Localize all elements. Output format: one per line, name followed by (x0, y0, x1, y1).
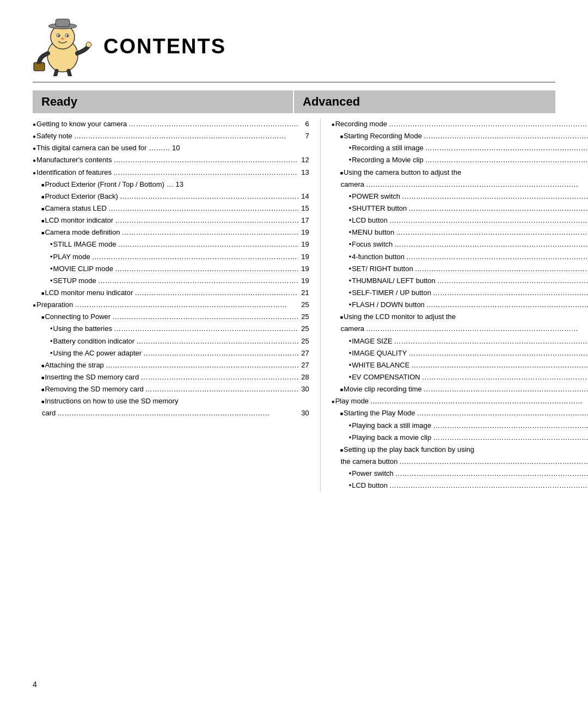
item-text: MOVIE CLIP mode (53, 263, 113, 274)
item-text: Connecting to Power (45, 311, 111, 322)
item-text: 4-function button (352, 252, 405, 262)
page-number-ref: 25 (298, 299, 309, 310)
bullet-icon: ● (332, 120, 335, 129)
list-item: • Playing back a movie clip…………………………………… (332, 432, 588, 443)
item-text: Product Exterior (Back) (45, 191, 118, 202)
dot-leader: ……………………………………………………………………………… (393, 336, 588, 347)
list-item: • Playing back a still image………………………………… (332, 420, 588, 431)
list-item: ■ LCD monitor menu indicator………………………………… (33, 287, 309, 298)
bullet-icon: • (349, 468, 352, 479)
list-item: ■ Product Exterior (Front / Top / Bottom… (33, 179, 309, 190)
list-item: ● Play mode……………………………………………………………………………… (332, 396, 588, 407)
page-number-ref: 27 (298, 348, 309, 359)
page-number-ref: 19 (298, 263, 309, 274)
dot-leader: ……………………………………………………………………………… (112, 155, 298, 165)
bullet-icon: ● (33, 120, 36, 129)
header-divider (33, 82, 555, 83)
list-item: ● This digital camera can be used for………… (33, 143, 309, 154)
item-text: Product Exterior (Front / Top / Bottom) (45, 179, 164, 190)
dot-leader: ……………………………………………………………………………… (133, 287, 298, 298)
page-ref-extra: ……… 10 (149, 143, 180, 154)
list-item: ■ Starting Recording Mode………………………………………… (332, 131, 588, 142)
list-item: • POWER switch……………………………………………………………………… (332, 191, 588, 202)
list-item: • Recording a Movie clip…………………………………………… (332, 155, 588, 165)
item-text: Using the LCD monitor to adjust the (344, 311, 456, 322)
section-headers: Ready Advanced (33, 90, 555, 113)
page-number-ref: 28 (298, 372, 309, 383)
list-item: ■ Connecting to Power…………………………………………………… (33, 311, 309, 322)
item-text: Recording mode (335, 119, 387, 130)
item-text: LCD button (352, 215, 388, 226)
bullet-icon: • (349, 203, 352, 214)
list-item: ● Recording mode………………………………………………………………… (332, 119, 588, 130)
item-text: SHUTTER button (352, 203, 407, 214)
page-number-ref: 19 (298, 227, 309, 238)
bullet-icon: • (349, 299, 352, 310)
list-item: • IMAGE SIZE…………………………………………………………………………… (332, 336, 588, 347)
list-item: ■ Starting the Play Mode…………………………………………… (332, 408, 588, 419)
bullet-icon: • (50, 252, 53, 262)
bullet-icon: • (349, 191, 352, 202)
list-item: ● Safety note………………………………………………………………………… (33, 131, 309, 142)
item-text: Playing back a still image (352, 420, 431, 431)
page-title: CONTENTS (103, 35, 226, 58)
bullet-icon: ■ (41, 290, 44, 298)
item-text: STILL IMAGE mode (53, 239, 117, 250)
dot-leader: ……………………………………………………………………………… (431, 287, 588, 298)
dot-leader: ……………………………………………………………………………… (436, 275, 588, 286)
bullet-icon: • (349, 420, 352, 431)
bullet-icon: ■ (41, 387, 44, 394)
item-text: Safety note (36, 131, 72, 142)
bullet-icon: ■ (340, 170, 343, 177)
svg-point-6 (58, 35, 60, 36)
bullet-icon: • (349, 275, 352, 286)
list-item: • LCD button…………………………………………………………………………… (332, 215, 588, 226)
list-item: • EV COMPENSATION……………………………………………………………… (332, 372, 588, 383)
page-number-ref: 30 (298, 408, 309, 419)
ready-header: Ready (33, 90, 294, 113)
item-text: SET/ RIGHT button (352, 263, 413, 274)
dot-leader: ……………………………………………………………………………… (405, 252, 588, 262)
list-item: ■ Instructions on how to use the SD memo… (33, 396, 309, 407)
bullet-icon: ■ (41, 399, 44, 406)
mascot-icon (33, 16, 93, 76)
bullet-icon: • (50, 336, 53, 347)
bullet-icon: • (349, 252, 352, 262)
item-text: LCD monitor menu indicator (45, 287, 133, 298)
item-text: Recording a Movie clip (352, 155, 424, 165)
dot-leader: ……………………………………………………………………………… (369, 396, 588, 407)
svg-point-7 (67, 35, 69, 36)
dot-leader: ……………………………………………………………………………… (111, 311, 298, 322)
bullet-icon: • (349, 432, 352, 443)
item-text: Using the AC power adapter (53, 348, 142, 359)
list-item: • SET/ RIGHT button………………………………………………………… (332, 263, 588, 274)
bullet-icon: • (349, 143, 352, 154)
list-item: camera………………………………………………………………………………36 (332, 179, 588, 190)
list-item: • Using the AC power adapter………………………………… (33, 348, 309, 359)
list-item: ■ Camera mode definition…………………………………………… (33, 227, 309, 238)
list-item: • LCD button…………………………………………………………………………… (332, 480, 588, 491)
item-text: Starting Recording Mode (344, 131, 422, 142)
dot-leader: ……………………………………………………………………………… (420, 372, 588, 383)
item-text: PLAY mode (53, 252, 90, 262)
item-text: SETUP mode (53, 275, 96, 286)
list-item: ■ Using the camera button to adjust the (332, 167, 588, 178)
list-item: • Power switch……………………………………………………………………… (332, 468, 588, 479)
bullet-icon: • (349, 348, 352, 359)
dot-leader: ……………………………………………………………………………… (407, 203, 588, 214)
dot-leader: ……………………………………………………………………………… (96, 275, 298, 286)
list-item: • STILL IMAGE mode…………………………………………………………… (33, 239, 309, 250)
dot-leader: ……………………………………………………………………………… (107, 203, 298, 214)
bullet-icon: ● (33, 132, 36, 141)
item-text: the camera button (341, 456, 398, 467)
bullet-icon: • (349, 215, 352, 226)
list-item: ■ Setting up the play back function by u… (332, 444, 588, 455)
bullet-icon: • (50, 275, 53, 286)
list-item: • THUMBNAIL/ LEFT button…………………………………………… (332, 275, 588, 286)
list-item: ● Identification of features………………………………… (33, 167, 309, 178)
advanced-header: Advanced (294, 90, 555, 113)
list-item: ■ Movie clip recording time…………………………………… (332, 384, 588, 395)
list-item: ■ Product Exterior (Back)………………………………………… (33, 191, 309, 202)
bullet-icon: ■ (41, 314, 44, 322)
list-item: • SHUTTER button………………………………………………………………… (332, 203, 588, 214)
